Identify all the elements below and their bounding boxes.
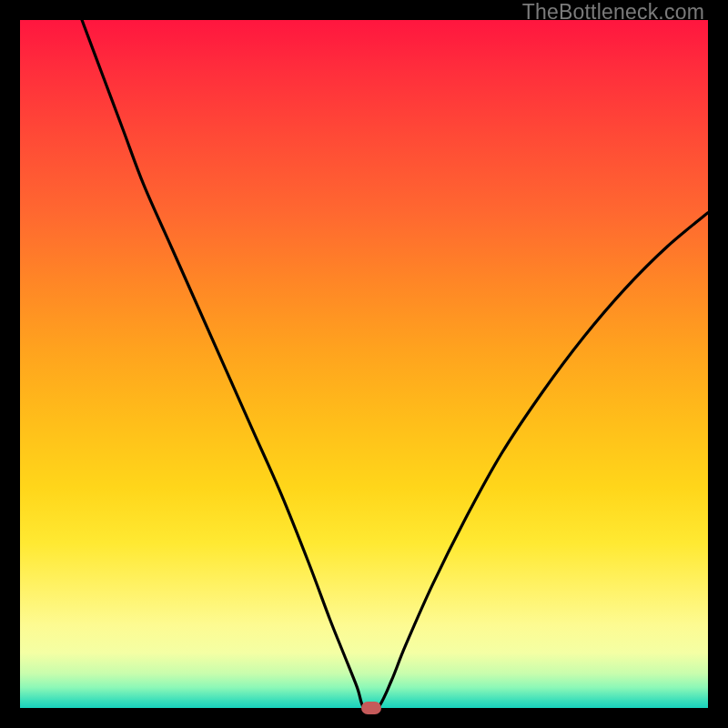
watermark-text: TheBottleneck.com [522, 0, 704, 25]
plot-area [20, 20, 708, 708]
optimal-point-marker [361, 702, 381, 714]
chart-frame: TheBottleneck.com [0, 0, 728, 728]
curve-svg [20, 20, 708, 708]
bottleneck-curve-path [82, 20, 708, 708]
